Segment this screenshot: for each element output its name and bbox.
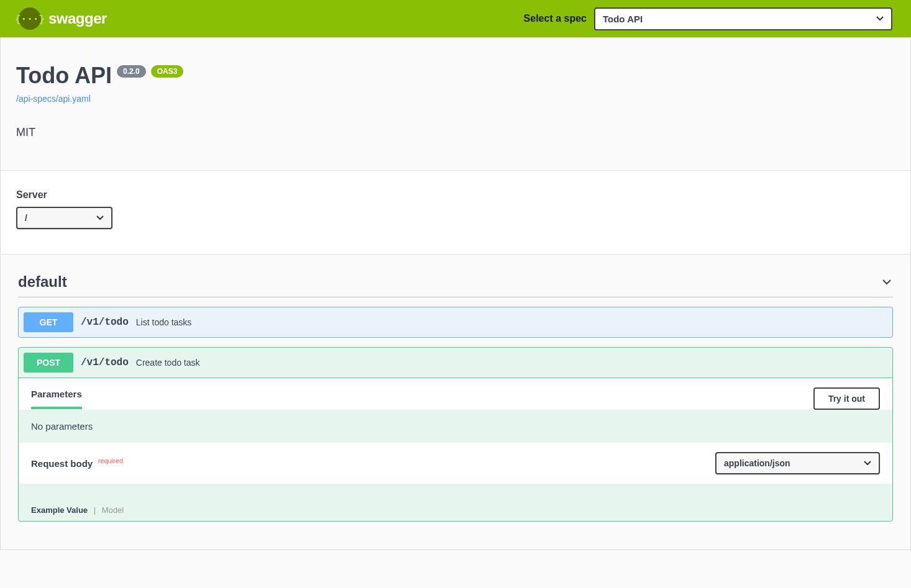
chevron-down-icon bbox=[881, 276, 893, 288]
opblock-get-summary[interactable]: GET /v1/todo List todo tasks bbox=[19, 307, 892, 337]
page-content: Todo API 0.2.0 OAS3 /api-specs/api.yaml … bbox=[0, 37, 911, 550]
spec-select[interactable]: Todo API bbox=[594, 7, 892, 30]
logo-text: swagger bbox=[48, 10, 107, 27]
tag-header[interactable]: default bbox=[18, 273, 893, 297]
required-badge: required bbox=[98, 457, 123, 464]
spec-url-link[interactable]: /api-specs/api.yaml bbox=[16, 94, 91, 104]
tag-name: default bbox=[18, 273, 67, 291]
parameters-header: Parameters Try it out bbox=[19, 378, 892, 410]
license-text: MIT bbox=[16, 126, 895, 139]
example-value-tab[interactable]: Example Value bbox=[31, 505, 88, 515]
method-get-badge: GET bbox=[24, 312, 73, 332]
request-body-label: Request body bbox=[31, 458, 93, 469]
oas-badge: OAS3 bbox=[151, 65, 184, 78]
post-path: /v1/todo bbox=[81, 357, 129, 368]
method-post-badge: POST bbox=[24, 353, 73, 373]
info-section: Todo API 0.2.0 OAS3 /api-specs/api.yaml … bbox=[1, 38, 910, 170]
logo-wrapper[interactable]: {···} swagger bbox=[19, 7, 107, 30]
tab-separator: | bbox=[94, 505, 96, 515]
server-select[interactable]: / bbox=[16, 207, 112, 229]
parameters-tab[interactable]: Parameters bbox=[31, 389, 82, 409]
server-label: Server bbox=[16, 189, 895, 201]
model-tabs: Example Value | Model bbox=[19, 484, 892, 521]
spec-selector: Select a spec Todo API bbox=[524, 7, 892, 30]
version-badge: 0.2.0 bbox=[117, 65, 146, 78]
request-body-header: Request body required application/json bbox=[19, 443, 892, 484]
model-tab[interactable]: Model bbox=[102, 505, 124, 515]
content-type-select[interactable]: application/json bbox=[715, 452, 880, 474]
try-it-out-button[interactable]: Try it out bbox=[813, 387, 880, 410]
opblock-post-body: Parameters Try it out No parameters Requ… bbox=[19, 378, 892, 521]
get-summary: List todo tasks bbox=[136, 317, 192, 327]
api-title: Todo API bbox=[16, 63, 112, 89]
opblock-post: POST /v1/todo Create todo task Parameter… bbox=[18, 347, 893, 522]
parameters-body: No parameters bbox=[19, 410, 892, 443]
post-summary: Create todo task bbox=[136, 358, 200, 368]
api-title-row: Todo API 0.2.0 OAS3 bbox=[16, 63, 895, 89]
swagger-logo-icon: {···} bbox=[19, 7, 41, 30]
opblock-post-summary[interactable]: POST /v1/todo Create todo task bbox=[19, 348, 892, 378]
get-path: /v1/todo bbox=[81, 317, 129, 328]
spec-label: Select a spec bbox=[524, 13, 587, 24]
topbar: {···} swagger Select a spec Todo API bbox=[0, 0, 911, 37]
server-section: Server / bbox=[1, 170, 910, 255]
operations-section: default GET /v1/todo List todo tasks POS… bbox=[1, 255, 910, 550]
opblock-get: GET /v1/todo List todo tasks bbox=[18, 307, 893, 338]
